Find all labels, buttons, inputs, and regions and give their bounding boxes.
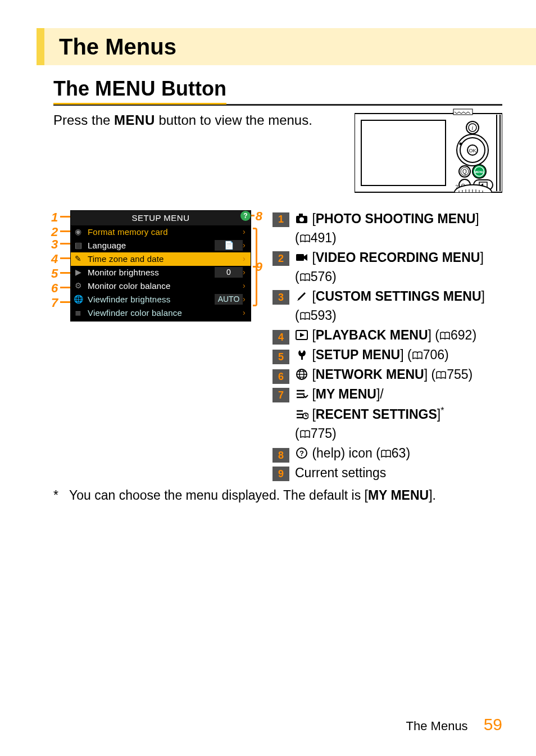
- svg-rect-2: [453, 109, 473, 115]
- mymenu-icon: [295, 387, 308, 405]
- legend-number: 7: [272, 388, 289, 402]
- legend-row: 9Current settings: [272, 464, 502, 482]
- svg-text:?: ?: [243, 212, 247, 220]
- screenshot-row-label: Viewfinder color balance: [85, 307, 215, 319]
- screenshot-row: ◉Format memory card›: [71, 225, 251, 239]
- page-title: The Menus: [59, 31, 536, 62]
- screenshot-header: SETUP MENU: [71, 211, 251, 225]
- footnote-suffix: ].: [429, 488, 436, 503]
- book-icon: [299, 427, 311, 444]
- legend-row: 2 [VIDEO RECORDING MENU](576): [272, 249, 502, 287]
- page-footer: The Menus 59: [406, 713, 502, 736]
- footer-page-number: 59: [484, 713, 502, 736]
- legend-row: 8? (help) icon (63): [272, 445, 502, 464]
- screenshot-row: ▤Language📄›: [71, 239, 251, 252]
- menu-screenshot: ? SETUP MENU ◉Format memory card›▤Langua…: [70, 210, 251, 322]
- legend-text: Current settings: [295, 464, 386, 482]
- footnote-prefix: You can choose the menu displayed. The d…: [69, 488, 368, 503]
- screenshot-row: ≣Viewfinder color balance›: [71, 306, 251, 320]
- svg-rect-30: [296, 254, 304, 261]
- footnote-bold: MY MENU: [368, 488, 429, 503]
- help-icon: ?: [295, 446, 308, 464]
- svg-text:MENU: MENU: [474, 170, 484, 174]
- legend-text: [VIDEO RECORDING MENU](576): [295, 249, 484, 287]
- svg-point-7: [460, 142, 462, 145]
- legend-text: [NETWORK MENU] (755): [295, 366, 473, 385]
- legend-number: 2: [272, 251, 289, 266]
- title-accent-bar: [37, 28, 44, 65]
- screenshot-row: 🌐Viewfinder brightnessAUTO›: [71, 293, 251, 306]
- legend-text: [PHOTO SHOOTING MENU](491): [295, 210, 479, 248]
- svg-rect-1: [361, 120, 446, 185]
- legend-number: 5: [272, 350, 289, 364]
- screenshot-row-label: Format memory card: [85, 227, 215, 238]
- legend-number: 4: [272, 330, 289, 345]
- legend-number: 8: [272, 448, 289, 463]
- book-icon: [412, 348, 423, 365]
- legend-row: 5 [SETUP MENU] (706): [272, 346, 502, 365]
- book-icon: [299, 309, 311, 326]
- legend-row: 7 [MY MENU]/ [RECENT SETTINGS]*(775): [272, 386, 502, 444]
- menu-screenshot-block: 1 2 3 4 5 6 7 ▶ ▶ ▶ ▶ ▶ ▶ ▶ 8 9 ? SETUP …: [53, 210, 262, 322]
- screenshot-row-label: Monitor brightness: [85, 267, 215, 278]
- screenshot-row: ✎Time zone and date›: [71, 252, 251, 266]
- book-icon: [380, 446, 392, 464]
- screenshot-row-label: Monitor color balance: [85, 280, 215, 292]
- screenshot-row-label: Viewfinder brightness: [85, 294, 215, 305]
- footnote-marker: *: [53, 487, 65, 504]
- svg-rect-27: [299, 214, 303, 216]
- intro-text: Press the MENU button to view the menus.: [53, 111, 355, 129]
- svg-text:?: ?: [299, 449, 304, 458]
- globe-icon: [295, 368, 308, 385]
- legend-number: 9: [272, 467, 289, 481]
- legend-row: 6 [NETWORK MENU] (755): [272, 366, 502, 385]
- legend-number: 6: [272, 369, 289, 384]
- book-icon: [299, 270, 311, 287]
- legend-number: 1: [272, 212, 289, 227]
- legend-row: 3 [CUSTOM SETTINGS MENU](593): [272, 288, 502, 326]
- play-icon: [295, 328, 308, 346]
- footnote: * You can choose the menu displayed. The…: [53, 487, 502, 504]
- callout-7: 7: [51, 295, 58, 311]
- legend-text: [CUSTOM SETTINGS MENU](593): [295, 288, 485, 326]
- wrench-icon: [295, 348, 308, 365]
- legend: 1 [PHOTO SHOOTING MENU](491)2 [VIDEO REC…: [272, 210, 502, 482]
- screenshot-row: ⚙Monitor color balance›: [71, 279, 251, 293]
- callout-8: 8: [256, 208, 262, 225]
- recent-icon: [295, 408, 308, 425]
- video-icon: [295, 251, 308, 268]
- page-title-block: The Menus: [37, 28, 536, 65]
- screenshot-row-label: Language: [85, 240, 215, 251]
- svg-point-28: [299, 217, 304, 221]
- screenshot-row: ▶Monitor brightness0›: [71, 266, 251, 279]
- svg-text:i: i: [472, 125, 474, 131]
- pencil-icon: [295, 289, 308, 307]
- footer-label: The Menus: [406, 718, 468, 735]
- heading-menu-word: MENU: [95, 77, 156, 100]
- svg-text:Q: Q: [462, 169, 467, 175]
- screenshot-row-label: Time zone and date: [85, 253, 215, 265]
- book-icon: [439, 328, 451, 346]
- legend-text: [MY MENU]/ [RECENT SETTINGS]*(775): [295, 386, 444, 444]
- legend-row: 1 [PHOTO SHOOTING MENU](491): [272, 210, 502, 248]
- camera-icon: [295, 212, 308, 229]
- svg-text:OK: OK: [469, 148, 476, 153]
- legend-row: 4 [PLAYBACK MENU] (692): [272, 327, 502, 346]
- heading-suffix: Button: [156, 77, 226, 100]
- intro-prefix: Press the: [53, 112, 114, 128]
- book-icon: [299, 231, 311, 248]
- heading-prefix: The: [53, 77, 95, 100]
- intro-suffix: button to view the menus.: [155, 112, 312, 128]
- intro-menu-word: MENU: [114, 112, 155, 128]
- footnote-text: You can choose the menu displayed. The d…: [69, 487, 436, 504]
- legend-text: [PLAYBACK MENU] (692): [295, 327, 476, 346]
- camera-illustration: OK i Q MENU Q− ?: [355, 108, 502, 198]
- legend-text: ? (help) icon (63): [295, 445, 410, 464]
- help-badge: ?: [239, 210, 252, 222]
- legend-text: [SETUP MENU] (706): [295, 346, 449, 365]
- legend-number: 3: [272, 290, 289, 305]
- section-heading: The MENU Button: [53, 75, 502, 106]
- book-icon: [435, 368, 447, 385]
